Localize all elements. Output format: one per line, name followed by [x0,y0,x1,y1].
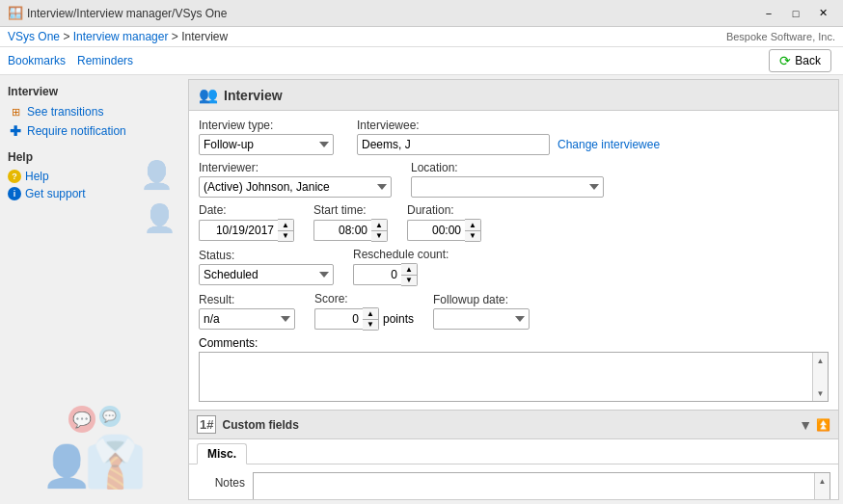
sidebar-item-require-notification[interactable]: ✚ Require notification [0,121,188,141]
score-up-button[interactable]: ▲ [363,308,378,319]
result-select[interactable]: n/a [199,308,295,330]
custom-fields-form: Notes ▲ ▼ Do They Like Tea [189,464,838,500]
notes-scroll-up[interactable]: ▲ [815,473,829,489]
status-group: Status: Scheduled [199,249,334,285]
score-spinner: ▲ ▼ [314,307,379,331]
status-select[interactable]: Scheduled [199,264,334,285]
duration-up-button[interactable]: ▲ [465,220,480,230]
custom-fields-title: Custom fields [222,418,298,432]
interview-header-title: Interview [224,88,283,103]
status-label: Status: [199,249,334,262]
sidebar-item-see-transitions[interactable]: ⊞ See transitions [0,102,188,121]
date-spinner: ▲ ▼ [199,219,294,242]
form-row-status-reschedule: Status: Scheduled Reschedule count: ▲ ▼ [199,248,829,286]
start-time-spinner-buttons: ▲ ▼ [371,219,388,242]
reminders-link[interactable]: Reminders [77,54,133,67]
scroll-down-arrow[interactable]: ▼ [813,385,828,401]
reschedule-count-buttons: ▲ ▼ [401,263,418,286]
see-transitions-link[interactable]: See transitions [27,105,103,119]
date-down-button[interactable]: ▼ [278,230,293,241]
notes-row: Notes ▲ ▼ [197,472,830,500]
breadcrumb: VSys One > Interview manager > Interview… [0,27,843,47]
start-time-label: Start time: [313,203,388,217]
maximize-button[interactable]: □ [783,5,808,22]
reschedule-count-spinner: ▲ ▼ [353,263,449,286]
change-interviewee-link[interactable]: Change interviewee [557,138,660,151]
interviewer-label: Interviewer: [199,161,392,174]
duration-group: Duration: ▲ ▼ [407,203,481,242]
date-up-button[interactable]: ▲ [278,220,293,230]
comments-scrollbar: ▲ ▼ [812,353,828,401]
help-link[interactable]: Help [25,170,49,183]
bubble-icon-2: 💬 [99,406,121,427]
notify-icon: ✚ [8,123,23,139]
get-support-link[interactable]: Get support [25,187,86,200]
breadcrumb-vsys-one[interactable]: VSys One [8,30,60,43]
tab-misc[interactable]: Misc. [197,443,247,464]
location-select[interactable] [411,176,604,198]
result-group: Result: n/a [199,293,295,330]
score-input[interactable] [314,308,363,330]
start-time-input[interactable] [313,220,371,241]
duration-input[interactable] [407,220,465,241]
start-time-down-button[interactable]: ▼ [371,230,387,241]
comments-label: Comments: [199,336,829,350]
duration-down-button[interactable]: ▼ [465,230,480,241]
content-area: 👥 Interview Interview type: Follow-up In… [188,79,839,500]
interviewer-group: Interviewer: (Active) Johnson, Janice [199,161,392,198]
interviewer-select[interactable]: (Active) Johnson, Janice [199,176,392,198]
interview-type-select[interactable]: Follow-up [199,134,334,155]
breadcrumb-interview-manager[interactable]: Interview manager [73,30,169,43]
interview-type-label: Interview type: [199,119,334,132]
breadcrumb-interview: Interview [181,30,228,43]
custom-fields-header: 1# Custom fields ▼ ⏫ [189,411,838,439]
score-spinner-buttons: ▲ ▼ [363,307,379,331]
reschedule-down-button[interactable]: ▼ [401,275,417,285]
form-row-date-time: Date: ▲ ▼ Start time: ▲ [199,203,829,242]
date-group: Date: ▲ ▼ [199,203,294,242]
transitions-icon: ⊞ [8,104,23,119]
interviewee-group: Interviewee: Change interviewee [357,119,660,155]
notes-textarea[interactable] [254,473,814,500]
custom-fields-collapse-icon[interactable]: ⏫ [816,418,830,432]
interview-header-icon: 👥 [199,86,218,104]
score-suffix: points [383,312,414,326]
interviewee-input[interactable] [357,134,550,155]
comments-textarea[interactable] [200,353,812,401]
date-input[interactable] [199,220,278,241]
start-time-up-button[interactable]: ▲ [371,220,387,230]
custom-fields-dropdown-icon[interactable]: ▼ [799,417,812,433]
back-button[interactable]: ⟳ Back [769,49,831,72]
score-label: Score: [314,292,414,305]
minimize-button[interactable]: − [756,5,781,22]
interview-header: 👥 Interview [189,80,838,111]
bookmarks-link[interactable]: Bookmarks [8,54,66,67]
date-label: Date: [199,203,294,217]
require-notification-link[interactable]: Require notification [27,124,126,138]
interview-section-title: Interview [0,83,188,102]
notes-label: Notes [197,472,245,490]
custom-fields-controls: ▼ ⏫ [799,417,830,433]
close-button[interactable]: ✕ [810,5,835,22]
form-row-result-score-followup: Result: n/a Score: ▲ ▼ [199,292,829,331]
titlebar: 🪟 Interview/Interview manager/VSys One −… [0,0,843,27]
topbar: Bookmarks Reminders ⟳ Back [0,47,843,75]
start-time-spinner: ▲ ▼ [313,219,388,242]
custom-fields-section: 1# Custom fields ▼ ⏫ Misc. Notes [189,410,838,500]
middle-watermark-2: 👤 [143,205,177,232]
reschedule-up-button[interactable]: ▲ [401,264,417,275]
notes-box: ▲ ▼ [253,472,830,500]
custom-fields-icon: 1# [197,415,216,434]
notes-scrollbar: ▲ ▼ [814,473,829,500]
score-group: Score: ▲ ▼ points [314,292,414,331]
result-label: Result: [199,293,295,306]
scroll-track [813,368,828,385]
notes-scroll-track [815,489,829,500]
sidebar: Interview ⊞ See transitions ✚ Require no… [0,75,188,504]
title-text: Interview/Interview manager/VSys One [27,7,756,20]
followup-date-select[interactable] [433,308,530,330]
reschedule-count-group: Reschedule count: ▲ ▼ [353,248,449,286]
scroll-up-arrow[interactable]: ▲ [813,353,828,368]
reschedule-count-input[interactable] [353,264,401,285]
score-down-button[interactable]: ▼ [363,319,378,330]
